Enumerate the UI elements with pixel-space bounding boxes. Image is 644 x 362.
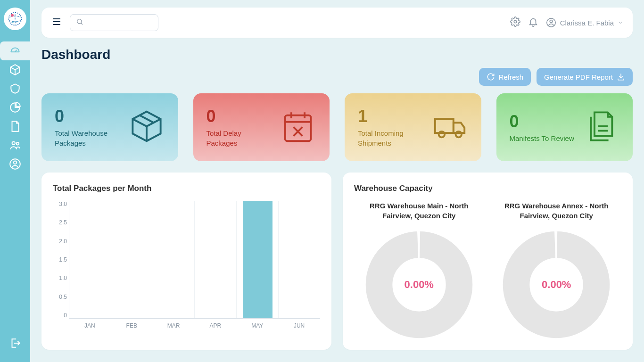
svg-point-3 <box>12 141 16 145</box>
stat-value: 0 <box>510 112 583 132</box>
plot-column <box>279 201 320 318</box>
stat-value: 1 <box>358 107 431 126</box>
refresh-icon <box>487 73 495 81</box>
generate-pdf-button[interactable]: Generate PDF Report <box>537 68 633 86</box>
calendar-x-icon <box>280 108 316 147</box>
plot-column <box>237 201 279 318</box>
sidebar <box>0 0 30 362</box>
settings-button[interactable] <box>510 16 520 29</box>
x-tick: MAY <box>236 322 278 329</box>
stat-value: 0 <box>206 107 280 126</box>
refresh-label: Refresh <box>499 73 524 81</box>
bar <box>243 201 272 318</box>
search-icon <box>76 18 83 27</box>
x-tick: APR <box>194 322 236 329</box>
stat-warehouse-packages: 0 Total Warehouse Packages <box>41 93 178 161</box>
svg-point-13 <box>438 132 444 137</box>
nav-documents[interactable] <box>0 117 30 136</box>
y-tick: 0.5 <box>53 294 67 300</box>
panel-title: Warehouse Capacity <box>354 184 621 193</box>
warehouse-name: RRG Warehouse Annex - North Fairview, Qu… <box>492 201 622 222</box>
avatar-icon <box>546 17 556 28</box>
stat-incoming-shipments: 1 Total Incoming Shipments <box>345 93 481 161</box>
stat-delay-packages: 0 Total Delay Packages <box>193 93 330 161</box>
stat-manifests-review: 0 Manifests To Review <box>496 93 633 161</box>
stats-row: 0 Total Warehouse Packages 0 Total Delay… <box>41 93 633 161</box>
svg-point-6 <box>14 161 17 165</box>
y-tick: 1.0 <box>53 275 67 281</box>
plot-column <box>69 201 111 318</box>
menu-toggle[interactable] <box>51 16 62 29</box>
panel-warehouse-capacity: Warehouse Capacity RRG Warehouse Main - … <box>343 173 633 350</box>
main-content: Clarissa E. Fabia Dashboard Refresh Gene… <box>30 0 644 362</box>
stat-label: Manifests To Review <box>510 133 576 143</box>
panel-packages-per-month: Total Packages per Month 3.02.52.01.51.0… <box>41 173 331 350</box>
svg-point-2 <box>11 14 14 17</box>
warehouse-capacity-item: RRG Warehouse Annex - North Fairview, Qu… <box>492 201 622 340</box>
documents-icon <box>583 108 619 147</box>
svg-point-14 <box>455 132 461 137</box>
nav-users[interactable] <box>0 136 30 155</box>
plot-column <box>111 201 153 318</box>
stat-value: 0 <box>55 107 128 126</box>
plot-column <box>195 201 237 318</box>
stat-label: Total Incoming Shipments <box>358 128 424 148</box>
x-tick: JAN <box>69 322 111 329</box>
page-actions: Refresh Generate PDF Report <box>41 68 633 86</box>
page-title: Dashboard <box>41 47 633 62</box>
y-tick: 3.0 <box>53 201 67 207</box>
svg-point-10 <box>550 20 553 23</box>
donut-percent: 0.00% <box>501 229 612 340</box>
warehouse-capacity-item: RRG Warehouse Main - North Fairview, Que… <box>354 201 484 340</box>
donut-chart: 0.00% <box>501 229 612 340</box>
svg-rect-12 <box>435 119 453 133</box>
nav-dashboard[interactable] <box>0 41 30 60</box>
panel-title: Total Packages per Month <box>53 184 320 193</box>
generate-pdf-label: Generate PDF Report <box>544 73 613 81</box>
x-tick: MAR <box>153 322 195 329</box>
stat-label: Total Warehouse Packages <box>55 128 121 148</box>
search-input[interactable] <box>87 19 170 26</box>
nav-logout[interactable] <box>0 334 30 353</box>
y-tick: 2.5 <box>53 219 67 226</box>
donut-chart: 0.00% <box>363 229 475 340</box>
x-tick: FEB <box>111 322 153 329</box>
nav-profile[interactable] <box>0 155 30 173</box>
nav-analytics[interactable] <box>0 98 30 117</box>
package-icon <box>128 108 165 147</box>
download-icon <box>617 73 625 81</box>
warehouse-name: RRG Warehouse Main - North Fairview, Que… <box>354 201 484 222</box>
y-tick: 0 <box>53 312 67 319</box>
svg-point-8 <box>514 20 517 23</box>
y-tick: 1.5 <box>53 256 67 263</box>
nav-shipments[interactable] <box>0 79 30 98</box>
x-tick: JUN <box>278 322 320 329</box>
svg-point-7 <box>77 19 82 24</box>
user-name: Clarissa E. Fabia <box>560 19 614 27</box>
y-tick: 2.0 <box>53 238 67 245</box>
notifications-button[interactable] <box>528 16 538 29</box>
user-menu[interactable]: Clarissa E. Fabia <box>546 17 623 28</box>
chevron-down-icon <box>618 20 623 25</box>
stat-label: Total Delay Packages <box>206 128 272 148</box>
donut-percent: 0.00% <box>363 229 475 340</box>
svg-rect-11 <box>285 115 311 141</box>
refresh-button[interactable]: Refresh <box>479 68 531 86</box>
svg-point-4 <box>17 142 19 145</box>
topbar: Clarissa E. Fabia <box>41 8 633 38</box>
plot-column <box>153 201 195 318</box>
search-box[interactable] <box>70 14 158 31</box>
bar-chart: 3.02.52.01.51.00.50 JANFEBMARAPRMAYJUN <box>53 201 320 337</box>
truck-icon <box>431 108 468 147</box>
nav-packages[interactable] <box>0 60 30 79</box>
app-logo <box>4 8 26 30</box>
